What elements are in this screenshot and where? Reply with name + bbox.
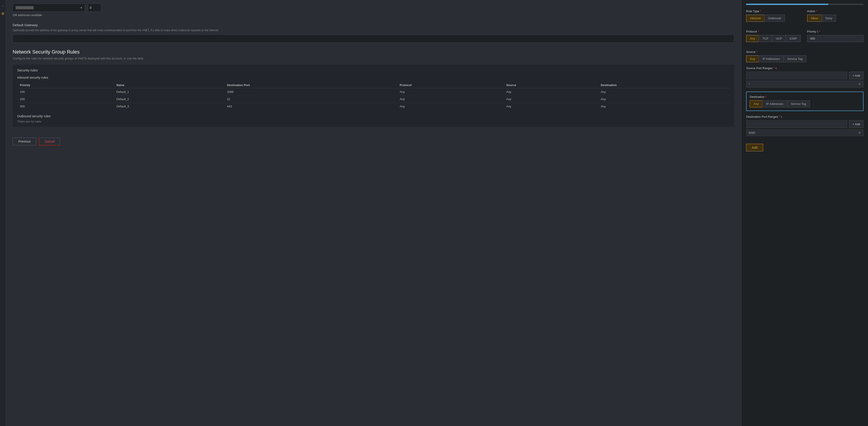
panel-add-rule-btn[interactable]: Add (746, 144, 763, 152)
dest-port-row: + Add (746, 120, 864, 128)
destination-section: Destination * Any IP Addresses Service T… (746, 92, 864, 111)
default-gateway-section: Default Gateway Optionally provide the a… (13, 23, 734, 43)
col-priority: Priority (17, 82, 114, 88)
source-tag-item: * ✕ (746, 81, 864, 88)
action-field: Action * Allow Deny (807, 9, 864, 22)
col-dest-port: Destination Port (224, 82, 397, 88)
protocol-label: Protocol * (746, 30, 803, 33)
allow-btn[interactable]: Allow (807, 15, 822, 22)
destination-btn-group: Any IP Addresses Service Tag (750, 100, 860, 107)
dest-tag-value: 8080 (749, 131, 755, 134)
rule-type-required: * (760, 9, 761, 13)
rule-type-label: Rule Type * (746, 9, 803, 13)
dest-port-required: * (779, 115, 780, 119)
bottom-buttons: Previous Cancel (13, 138, 734, 145)
dest-tag-close-icon[interactable]: ✕ (858, 131, 861, 134)
subnet-number: 0 (88, 4, 101, 12)
panel-progress-bar (746, 4, 864, 5)
addresses-available: 256 addresses available (13, 13, 734, 17)
dest-port-input[interactable] (746, 120, 847, 128)
deny-btn[interactable]: Deny (822, 15, 836, 22)
source-port-row: + Add (746, 72, 864, 79)
source-tag-close-icon[interactable]: ✕ (858, 82, 861, 86)
cancel-button[interactable]: Cancel (39, 138, 60, 145)
source-tag-btn[interactable]: Service Tag (783, 55, 806, 62)
default-gateway-input[interactable] (13, 35, 734, 43)
protocol-field: Protocol * Any TCP UCP ICMP (746, 30, 803, 42)
col-source: Source (503, 82, 598, 88)
rule-type-field: Rule Type * Inbound Outbound (746, 9, 803, 22)
previous-button[interactable]: Previous (13, 138, 36, 145)
priority-field: Priority ℹ * (807, 30, 864, 42)
subnet-select[interactable]: ▾ (13, 4, 85, 12)
protocol-priority-row: Protocol * Any TCP UCP ICMP Priority ℹ * (746, 30, 864, 46)
dest-any-btn[interactable]: Any (750, 100, 763, 107)
priority-required: * (819, 30, 820, 33)
sidebar-chevron-icon[interactable]: › (2, 4, 3, 8)
dest-port-field: Destination Port Ranges * ℹ + Add 8080 ✕ (746, 115, 864, 136)
table-row: 300Default_3443AnyAnyAny (17, 103, 730, 110)
top-section: ▾ 0 256 addresses available (13, 0, 734, 19)
source-port-label: Source Port Ranges * ℹ (746, 66, 864, 70)
source-ip-btn[interactable]: IP Addresses (758, 55, 783, 62)
panel-progress-fill (746, 4, 828, 5)
source-port-input[interactable] (746, 72, 847, 79)
col-destination: Destination (598, 82, 730, 88)
inbound-toggle-btn[interactable]: Inbound (746, 15, 765, 22)
default-gateway-label: Default Gateway (13, 23, 734, 27)
source-required: * (756, 50, 757, 54)
rules-container: Security rules Inbound security rules Pr… (13, 65, 734, 127)
dest-tag-btn[interactable]: Service Tag (787, 100, 810, 107)
security-rules-label: Security rules (17, 68, 730, 72)
subnet-redacted (16, 6, 34, 9)
dest-tag-item: 8080 ✕ (746, 129, 864, 136)
dest-ip-btn[interactable]: IP Addresses (762, 100, 787, 107)
protocol-any-btn[interactable]: Any (746, 35, 759, 42)
protocol-btn-group: Any TCP UCP ICMP (746, 35, 803, 42)
main-content: ▾ 0 256 addresses available Default Gate… (5, 0, 741, 426)
source-any-btn[interactable]: Any (746, 55, 759, 62)
table-row: 200Default_222AnyAnyAny (17, 96, 730, 103)
outbound-toggle-btn[interactable]: Outbound (764, 15, 785, 22)
dest-port-info-icon[interactable]: ℹ (781, 115, 782, 119)
destination-required: * (765, 95, 767, 99)
nsg-title: Network Security Group Rules (13, 49, 734, 55)
no-outbound-rules: There are no rules (17, 120, 730, 123)
source-tag-value: * (749, 83, 750, 86)
protocol-tcp-btn[interactable]: TCP (758, 35, 772, 42)
action-btn-group: Allow Deny (807, 15, 864, 22)
source-port-add-btn[interactable]: + Add (849, 72, 864, 79)
inbound-rules-table: Priority Name Destination Port Protocol … (17, 82, 730, 110)
inbound-label: Inbound security rules (17, 76, 730, 79)
subnet-chevron-down-icon: ▾ (81, 6, 82, 9)
source-label: Source * (746, 50, 864, 54)
subnet-row: ▾ 0 (13, 4, 734, 12)
nsg-section: Network Security Group Rules Configure t… (13, 49, 734, 127)
priority-label: Priority ℹ * (807, 30, 864, 33)
right-panel: Rule Type * Inbound Outbound Action * Al… (741, 0, 868, 426)
priority-info-icon[interactable]: ℹ (817, 30, 818, 33)
col-protocol: Protocol (397, 82, 503, 88)
nsg-desc: Configure the rules for network security… (13, 57, 734, 60)
protocol-icmp-btn[interactable]: ICMP (786, 35, 801, 42)
source-field: Source * Any IP Addresses Service Tag (746, 50, 864, 62)
priority-input[interactable] (807, 35, 864, 42)
default-gateway-desc: Optionally provide the address of the ga… (13, 28, 734, 32)
protocol-ucp-btn[interactable]: UCP (772, 35, 786, 42)
sidebar-toggle: › ⊕ (0, 0, 5, 426)
rule-type-btn-group: Inbound Outbound (746, 15, 803, 22)
source-btn-group: Any IP Addresses Service Tag (746, 55, 864, 62)
rule-type-action-row: Rule Type * Inbound Outbound Action * Al… (746, 9, 864, 26)
dest-port-add-btn[interactable]: + Add (849, 120, 864, 128)
outbound-header: Outbound security rules (17, 114, 730, 118)
source-port-required: * (774, 66, 775, 70)
sidebar-plus-icon[interactable]: ⊕ (1, 11, 4, 15)
source-port-field: Source Port Ranges * ℹ + Add * ✕ (746, 66, 864, 88)
destination-label: Destination * (750, 95, 860, 99)
table-row: 100Default_13389AnyAnyAny (17, 88, 730, 96)
source-port-info-icon[interactable]: ℹ (776, 67, 777, 70)
dest-port-label: Destination Port Ranges * ℹ (746, 115, 864, 119)
protocol-required: * (758, 30, 759, 33)
col-name: Name (114, 82, 224, 88)
action-required: * (816, 9, 817, 13)
